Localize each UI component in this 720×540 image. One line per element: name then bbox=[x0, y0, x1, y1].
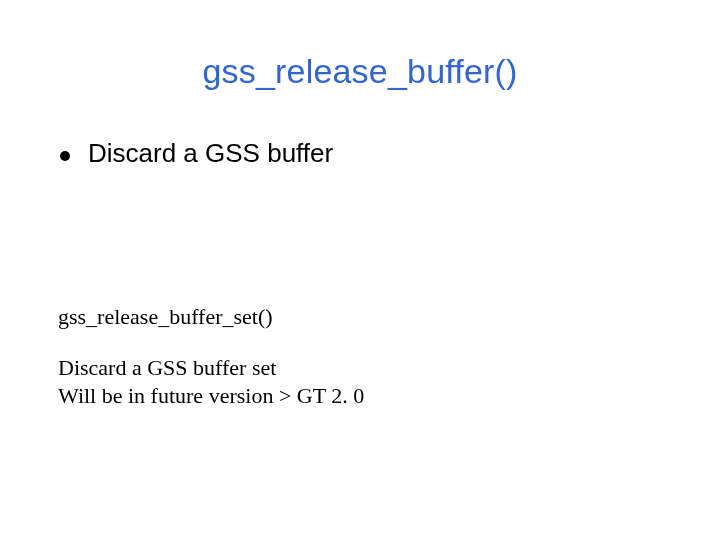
bullet-icon bbox=[60, 151, 70, 161]
sub-heading: gss_release_buffer_set() bbox=[58, 304, 273, 330]
sub-body: Discard a GSS buffer set Will be in futu… bbox=[58, 354, 364, 409]
slide: gss_release_buffer() Discard a GSS buffe… bbox=[0, 0, 720, 540]
bullet-text: Discard a GSS buffer bbox=[88, 138, 333, 169]
bullet-item: Discard a GSS buffer bbox=[60, 138, 333, 169]
slide-title: gss_release_buffer() bbox=[0, 52, 720, 91]
